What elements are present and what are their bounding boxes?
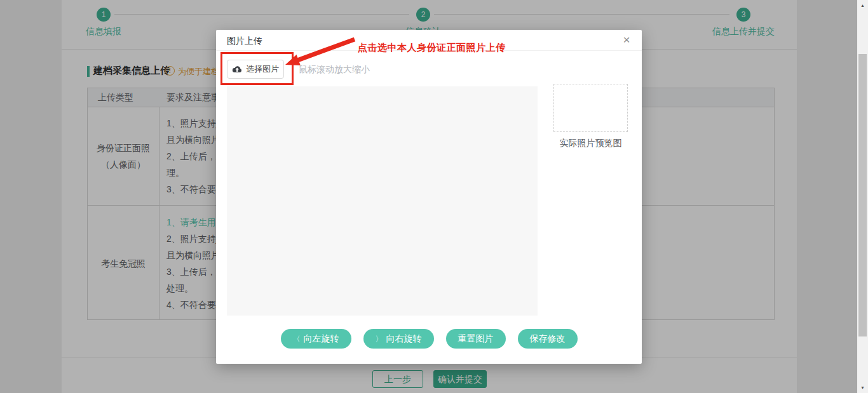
scrollbar[interactable]: ▲ ▼ <box>857 0 868 393</box>
dialog-button-row: 〈 向左旋转 〉 向右旋转 重置图片 保存修改 <box>216 329 642 349</box>
save-changes-button[interactable]: 保存修改 <box>518 329 578 349</box>
rotate-right-button[interactable]: 〉 向右旋转 <box>363 329 434 349</box>
save-changes-label: 保存修改 <box>530 333 566 345</box>
scroll-up-icon[interactable]: ▲ <box>857 0 868 11</box>
screen: 1 信息填报 2 信息确认 3 信息上传并提交 建档采集信息上传 ! 为便于建档… <box>0 0 868 393</box>
reset-image-label: 重置图片 <box>458 333 494 345</box>
chevron-right-icon: 〉 <box>376 335 383 343</box>
crop-canvas[interactable] <box>227 86 538 316</box>
select-image-label: 选择图片 <box>246 63 279 75</box>
rotate-left-button[interactable]: 〈 向左旋转 <box>281 329 351 349</box>
rotate-left-label: 向左旋转 <box>304 333 339 345</box>
rotate-right-label: 向右旋转 <box>386 333 422 345</box>
scroll-down-icon[interactable]: ▼ <box>857 382 868 393</box>
preview-box <box>553 84 628 132</box>
select-image-button[interactable]: 选择图片 <box>227 60 284 79</box>
chevron-left-icon: 〈 <box>293 335 301 343</box>
image-upload-dialog: 图片上传 × 选择图片 鼠标滚动放大缩小 点击选中本人身份证正面照片上传 实际照… <box>216 30 642 364</box>
reset-image-button[interactable]: 重置图片 <box>446 329 506 349</box>
close-icon[interactable]: × <box>619 32 634 48</box>
zoom-hint-text: 鼠标滚动放大缩小 <box>299 60 370 79</box>
scrollbar-thumb[interactable] <box>858 54 867 336</box>
preview-label: 实际照片预览图 <box>553 138 628 149</box>
dialog-title: 图片上传 <box>227 36 262 47</box>
annotation-text: 点击选中本人身份证正面照片上传 <box>358 42 506 54</box>
cloud-upload-icon <box>232 65 242 73</box>
